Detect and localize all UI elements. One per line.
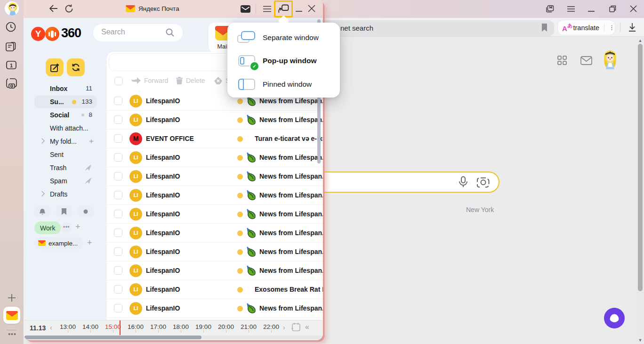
add-account-icon[interactable]: + [87, 238, 92, 248]
email-row[interactable]: M EVENT OFFICE Turan e-ticarət və e-ixra [107, 130, 323, 148]
add-folder-icon[interactable]: + [89, 137, 94, 146]
browser-restore-button[interactable] [609, 5, 616, 12]
horizontal-scrollbar-thumb[interactable] [24, 336, 201, 339]
folder-item[interactable]: Inbox 11 [34, 82, 97, 95]
folder-item[interactable]: With attach... [34, 122, 97, 135]
timeline-hour: 15:00 [105, 323, 121, 330]
translate-button[interactable]: Aあ translate ⋮ [557, 20, 615, 35]
email-checkbox[interactable] [114, 97, 122, 105]
add-panel-icon[interactable] [8, 294, 16, 302]
email-row[interactable]: LI LifespanIO News from Lifespan. [107, 186, 323, 205]
clear-folder-icon[interactable] [84, 164, 92, 171]
tabs-counter-icon[interactable]: 1 [6, 60, 16, 70]
folder-item[interactable]: Trash [34, 161, 97, 174]
unread-filter-button[interactable] [78, 206, 94, 217]
folder-item[interactable]: Spam [34, 174, 97, 188]
menu-item[interactable]: ✓ Pop-up window [227, 49, 340, 73]
timeline-hour: 21:00 [241, 323, 257, 330]
alice-assistant-button[interactable] [604, 308, 625, 328]
check-mail-button[interactable] [67, 58, 85, 76]
email-checkbox[interactable] [114, 266, 122, 275]
folder-item[interactable]: My fold... + [34, 135, 97, 148]
profile-avatar[interactable] [602, 50, 618, 70]
history-icon[interactable] [6, 22, 16, 32]
page-scrollbar-thumb[interactable] [638, 44, 643, 291]
tag-work[interactable]: Work [34, 221, 61, 234]
svg-text:1: 1 [10, 63, 13, 68]
email-row[interactable]: LI LifespanIO News from Lifespan. [107, 299, 323, 318]
download-icon[interactable] [628, 22, 637, 33]
email-checkbox[interactable] [114, 191, 122, 199]
email-row[interactable]: LI LifespanIO News from Lifespan. [107, 111, 323, 130]
email-checkbox[interactable] [114, 172, 122, 180]
folder-item[interactable]: Sent [34, 148, 97, 161]
timeline-collapse-icon[interactable]: « [305, 323, 309, 331]
email-checkbox[interactable] [114, 210, 122, 218]
translate-options-icon[interactable]: ⋮ [609, 26, 615, 30]
screenshot-icon[interactable] [6, 78, 17, 89]
menu-item[interactable]: Pinned window [227, 73, 340, 96]
email-checkbox[interactable] [114, 304, 122, 312]
tag-options-icon[interactable]: ••• [61, 222, 72, 233]
email-row[interactable]: LI LifespanIO News from Lifespan. [107, 243, 323, 262]
timeline-next-icon[interactable]: › [283, 324, 285, 331]
sidebar-more-icon[interactable]: ••• [7, 330, 18, 338]
sender-avatar: LI [129, 264, 142, 277]
folder-item[interactable]: Social 8 [34, 108, 97, 122]
mail-button-icon[interactable] [241, 5, 250, 13]
back-icon[interactable] [49, 5, 58, 12]
image-search-icon[interactable] [477, 176, 490, 188]
email-checkbox[interactable] [114, 229, 122, 237]
chevron-right-icon[interactable] [39, 138, 44, 143]
sender-avatar: LI [129, 151, 142, 164]
spam-icon [214, 77, 222, 84]
mail-search-input[interactable]: Search [93, 24, 183, 41]
email-row[interactable]: LI LifespanIO News from Lifespan. [107, 167, 323, 186]
mail-envelope-icon[interactable] [580, 56, 592, 65]
menu-item[interactable]: Separate window [227, 26, 340, 49]
browser-menu-icon[interactable] [567, 6, 575, 12]
sidebar-avatar[interactable] [5, 1, 19, 16]
email-subject: News from Lifespan. [259, 172, 323, 180]
browser-minimize-button[interactable] [588, 8, 595, 12]
voice-search-icon[interactable] [458, 176, 469, 188]
feed-icon[interactable] [6, 41, 16, 51]
apps-grid-icon[interactable] [557, 56, 567, 65]
timeline-calendar-icon[interactable] [291, 322, 301, 332]
add-tag-icon[interactable]: + [75, 222, 80, 232]
folder-item[interactable]: Drafts [34, 188, 97, 201]
side-panel-icon[interactable] [546, 5, 554, 13]
chevron-right-icon[interactable] [39, 191, 44, 196]
bookmark-flag-icon[interactable] [541, 24, 547, 32]
timeline-hour: 13:00 [60, 323, 76, 330]
email-checkbox[interactable] [114, 153, 122, 162]
popup-minimize-icon[interactable] [296, 8, 302, 12]
email-row[interactable]: LI LifespanIO Exosomes Break Rat Lif [107, 280, 323, 299]
browser-close-button[interactable] [630, 5, 637, 12]
email-checkbox[interactable] [114, 285, 122, 294]
clear-folder-icon[interactable] [84, 178, 92, 184]
scroll-up-icon[interactable]: ▲ [638, 39, 643, 42]
refresh-icon[interactable] [64, 4, 73, 13]
email-row[interactable]: LI LifespanIO News from Lifespan. [107, 262, 323, 280]
yandex-mail-app-icon[interactable] [3, 307, 20, 324]
folder-item[interactable]: Su... 133 [34, 95, 97, 108]
select-all-checkbox[interactable] [114, 77, 123, 85]
email-checkbox[interactable] [114, 115, 122, 124]
email-checkbox[interactable] [114, 134, 122, 143]
delete-button[interactable]: Delete [176, 77, 205, 84]
bookmark-filter-button[interactable] [56, 206, 72, 217]
email-row[interactable]: LI LifespanIO News from Lifespan. [107, 224, 323, 243]
popup-close-icon[interactable] [308, 5, 315, 12]
email-row[interactable]: LI LifespanIO News from Lifespan. [107, 148, 323, 167]
current-time-line [120, 320, 121, 335]
popup-menu-icon[interactable] [263, 6, 271, 12]
email-checkbox[interactable] [114, 247, 122, 256]
window-mode-icon[interactable] [278, 4, 289, 14]
forward-button[interactable]: Forward [131, 77, 168, 84]
account-pill[interactable]: example... [34, 237, 83, 249]
email-row[interactable]: LI LifespanIO News from Lifespan. [107, 205, 323, 224]
scroll-down-icon[interactable]: ▼ [638, 338, 643, 342]
notifications-filter-button[interactable] [34, 206, 50, 217]
compose-button[interactable] [46, 58, 64, 76]
